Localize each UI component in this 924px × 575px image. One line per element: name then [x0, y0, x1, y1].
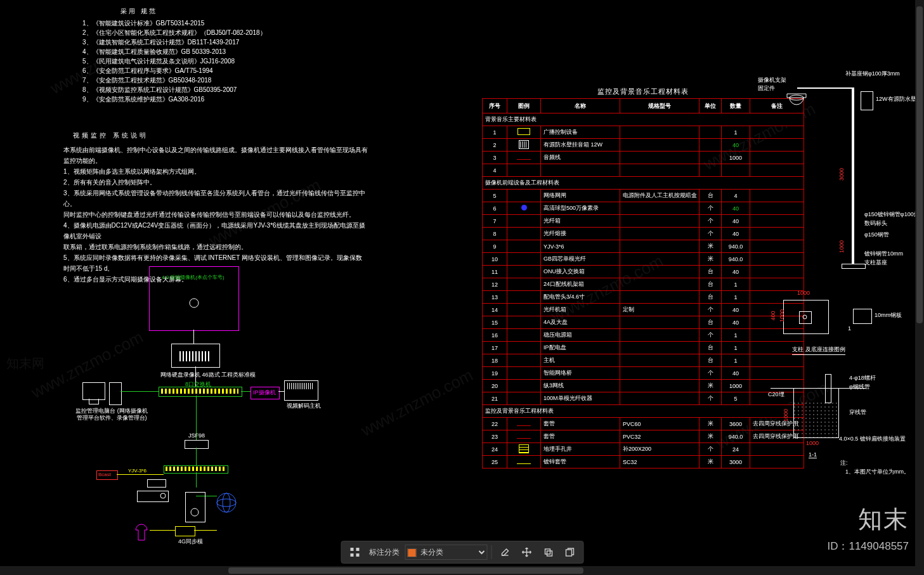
note-heading: 注:: [840, 459, 848, 467]
legend-cell: [507, 202, 541, 215]
duplicate-icon[interactable]: [560, 544, 579, 560]
wire: [194, 530, 217, 531]
svg-point-1: [160, 493, 166, 498]
decoder-grid-icon: [287, 383, 314, 389]
legend-cell: [507, 228, 541, 240]
legend-cell: [507, 329, 541, 342]
monitor-label: 4.0 后端摄像机(本点个车号): [162, 274, 224, 281]
category-color-swatch: [407, 548, 416, 557]
decoder-label: 视频解码主机: [287, 402, 321, 410]
brand-watermark: 知末: [858, 503, 909, 536]
table-row: 19 智能网络桥 个 40: [483, 367, 804, 380]
table-row: 22 套管 PVC60 米 3600 去四周穿线保护用: [483, 418, 804, 430]
pipe-note: φ150钢管: [864, 231, 889, 239]
svg-rect-14: [545, 549, 550, 554]
4g-label: 4G同步模: [178, 538, 203, 546]
legend-cell: [507, 139, 541, 152]
cable-note: 穿线管: [849, 408, 866, 417]
conduit-note: φ钢线管: [849, 383, 870, 391]
standard-item: 3、《建筑智能化系统工程设计规范》DB11T-1439-2017: [82, 37, 266, 47]
category-select[interactable]: 未分类: [405, 545, 487, 560]
fiber-label: YJV-3*6: [128, 468, 146, 474]
vertical-scrollbar[interactable]: [915, 0, 924, 575]
steel-note: 镀锌钢管10mm: [864, 250, 903, 258]
dome-camera-icon: [216, 492, 237, 514]
svg-point-4: [223, 493, 230, 512]
table-row: 15 4A及大盘 台 40: [483, 316, 804, 329]
scrollbar-thumb[interactable]: [228, 567, 583, 574]
plan-title: 支柱 及底座连接图例: [792, 346, 845, 355]
description-item: 2、所有有关的音入控制矩阵中。: [63, 177, 368, 188]
standard-item: 8、《视频安防监控系统工程设计规范》GB50395-2007: [82, 85, 266, 94]
broadcast-label: Bcast: [98, 472, 111, 477]
svg-rect-11: [356, 548, 359, 551]
wire: [196, 448, 197, 465]
table-row: 9 YJV-3*6 米 940.0: [483, 240, 804, 253]
table-row: 16 稳压电源箱 个 1: [483, 329, 804, 342]
horizontal-scrollbar[interactable]: [0, 566, 915, 575]
base-note: 支柱基座: [864, 259, 887, 267]
svg-rect-13: [356, 553, 359, 557]
table-row: 2 有源防水壁挂音箱 12W 40: [483, 139, 804, 152]
modem: [185, 440, 209, 449]
table-title: 监控及背景音乐工程材料表: [482, 87, 804, 96]
legend-cell: [507, 253, 541, 266]
table-section: 背景音乐主要材料表: [483, 113, 804, 126]
scrollbar-thumb[interactable]: [916, 6, 923, 323]
4g-module: [175, 526, 195, 536]
table-row: 25 镀锌套管 SC32 米 3000: [483, 456, 804, 468]
standard-item: 6、《安全防范工程程序与要求》GA/T75-1994: [82, 66, 266, 75]
copy-icon[interactable]: [538, 544, 557, 560]
dim: 3000: [838, 168, 845, 181]
standard-item: 9、《安全防范系统维护规范》GA308-2016: [82, 94, 266, 104]
pole-elevation: 摄像机支架 固定件 补基座钢φ100厚3mm 12W有源防水壁挂音箱 φ150镀…: [764, 76, 904, 279]
description-item: 同时监控中心的控制键盘通过光纤通过传输设备传输控制信号至前端设备可以传输以及每台…: [63, 209, 368, 220]
bracket-note: 摄像机支架 固定件: [758, 76, 790, 93]
wire: [150, 530, 175, 531]
table-row: 4: [483, 164, 804, 177]
power-icon: [190, 507, 200, 517]
cad-canvas[interactable]: www.znzmo.com www.znzmo.com www.znzmo.co…: [0, 0, 924, 575]
table-row: 12 24口配线机架箱 台 1: [483, 278, 804, 291]
foundation-section: C20埋 4-φ18螺杆 φ钢线管 穿线管 4.0×0.5 镀锌扁铁接地装置 1…: [764, 374, 904, 482]
wire: [241, 391, 251, 392]
legend-cell: [507, 164, 541, 177]
category-select-wrap: 未分类: [405, 545, 487, 560]
legend-cell: [507, 266, 541, 278]
dim: 1000: [779, 309, 785, 322]
table-row: 24 地埋手孔井 补200X200 个 24: [483, 443, 804, 456]
svg-point-0: [190, 299, 198, 307]
ground-note: 4.0×0.5 镀锌扁铁接地装置: [839, 435, 906, 443]
legend-cell: [507, 304, 541, 316]
standards-block: 采用 规范 1、《智能建筑设计标准》GB/T50314-20152、《住宅小区智…: [82, 6, 266, 104]
legend-cell: [507, 215, 541, 228]
edit-icon[interactable]: [495, 544, 514, 560]
apps-icon[interactable]: [345, 544, 364, 560]
table-row: 21 100M单模光纤收器 个 5: [483, 392, 804, 405]
system-description: 视频监控 系统说明 本系统由前端摄像机、控制中心设备以及之间的传输线路组成。摄像…: [63, 130, 368, 285]
legend-cell: [507, 152, 541, 164]
legend-cell: [507, 456, 541, 468]
watermark: www.znzmo.com: [358, 365, 476, 441]
legend-cell: [507, 126, 541, 139]
table-header: 数量: [722, 99, 750, 113]
move-icon[interactable]: [517, 544, 536, 560]
svg-point-2: [217, 493, 236, 512]
base-plate-note: 补基座钢φ100厚3mm: [845, 70, 900, 78]
media-converter: [147, 479, 166, 488]
antenna-icon: [133, 522, 150, 541]
watermark-cn: 知末网: [6, 355, 44, 372]
toolbar-label: 标注分类: [367, 547, 402, 558]
standard-item: 5、《民用建筑电气设计规范及条文说明》JGJ16-2008: [82, 56, 266, 66]
table-section: 摄像机前端设备及工程材料表: [483, 177, 804, 190]
nvr-grid-icon: [179, 351, 210, 361]
dim: 1000: [838, 240, 845, 253]
standard-item: 2、《住宅小区智能化系统工程技术规程》（DBJ50/T-082-2018）: [82, 28, 266, 37]
legend-cell: [507, 430, 541, 443]
table-row: 20 纵3网线 米 1000: [483, 380, 804, 392]
standards-heading: 采用 规范: [120, 6, 266, 16]
table-row: 1 广播控制设备 1: [483, 126, 804, 139]
led-icon: [160, 493, 166, 499]
concrete-note: C20埋: [768, 391, 784, 399]
image-id: ID：1149048557: [827, 539, 909, 553]
